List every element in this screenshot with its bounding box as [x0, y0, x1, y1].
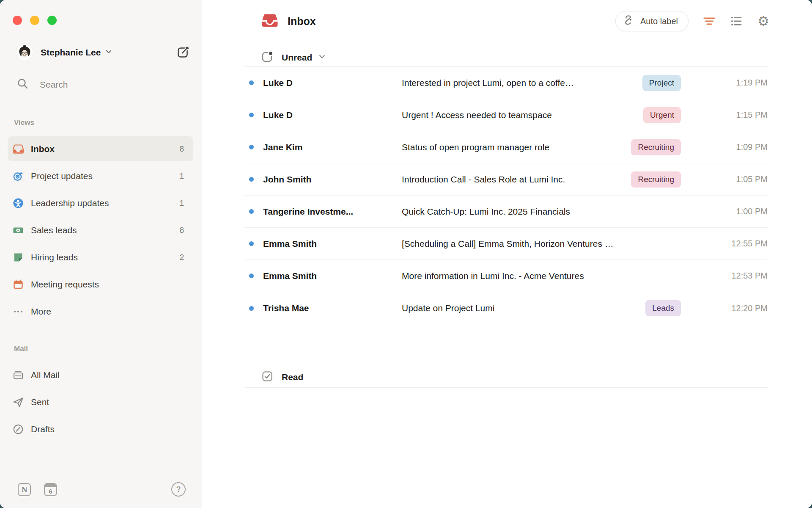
toolbar: Auto label ⚙	[615, 11, 770, 31]
unread-dot	[249, 241, 254, 246]
calendar-day: 6	[45, 487, 56, 495]
close-window-button[interactable]	[13, 16, 22, 25]
calendar-top-bar	[45, 484, 56, 487]
email-time: 1:15 PM	[717, 110, 768, 120]
email-subject: Status of open program manager role	[402, 142, 631, 152]
mark-unread-icon	[261, 51, 273, 64]
sidebar-item-label: Drafts	[31, 424, 55, 434]
minimize-window-button[interactable]	[30, 16, 39, 25]
email-row[interactable]: Trisha Mae Update on Project Lumi Leads …	[245, 292, 768, 324]
label-badge[interactable]: Recruiting	[631, 139, 681, 155]
sidebar-item-hiring-leads[interactable]: Hiring leads 2	[8, 245, 193, 270]
search-bar[interactable]: Search	[17, 78, 68, 91]
email-list: Luke D Interested in project Lumi, open …	[245, 67, 768, 324]
chevron-down-icon	[105, 48, 112, 57]
search-placeholder: Search	[40, 80, 68, 90]
label-badge[interactable]: Urgent	[643, 107, 681, 123]
sidebar-item-label: More	[31, 306, 51, 317]
email-subject: Introduction Call - Sales Role at Lumi I…	[402, 174, 631, 185]
email-subject: Update on Project Lumi	[402, 303, 645, 313]
unread-count: 8	[179, 144, 184, 154]
ellipsis-icon	[13, 306, 24, 317]
sidebar-item-meeting-requests[interactable]: Meeting requests	[8, 272, 193, 297]
email-time: 1:09 PM	[717, 142, 768, 152]
sidebar-item-drafts[interactable]: Drafts	[8, 417, 193, 442]
filter-icon[interactable]	[703, 15, 716, 28]
label-badge[interactable]: Leads	[645, 300, 681, 316]
sidebar-item-project-updates[interactable]: Project updates 1	[8, 163, 193, 188]
page-title: Inbox	[288, 15, 316, 28]
email-row[interactable]: Jane Kim Status of open program manager …	[245, 131, 768, 163]
inbox-tray-icon	[13, 144, 24, 155]
mail-nav: All Mail Sent Drafts	[8, 362, 193, 444]
unread-count: 2	[179, 253, 184, 262]
sidebar-item-label: Hiring leads	[31, 252, 78, 262]
notion-logo-icon[interactable]: N	[18, 483, 31, 496]
list-view-icon[interactable]	[730, 15, 743, 28]
mail-app-window: Stephanie Lee Search	[0, 0, 812, 508]
notion-calendar-icon[interactable]: 6	[44, 483, 57, 496]
unread-dot	[249, 306, 254, 311]
sidebar-item-label: All Mail	[31, 370, 60, 380]
account-switcher[interactable]: Stephanie Lee	[16, 42, 190, 63]
unread-dot	[249, 80, 254, 85]
label-badge[interactable]: Project	[642, 75, 681, 91]
help-icon[interactable]: ?	[171, 482, 186, 497]
email-row[interactable]: Luke D Interested in project Lumi, open …	[245, 67, 768, 99]
unread-section-label: Unread	[282, 52, 312, 63]
email-row[interactable]: Luke D Urgent ! Access needed to teamspa…	[245, 99, 768, 131]
email-sender: Luke D	[263, 110, 402, 120]
email-sender: Jane Kim	[263, 142, 402, 152]
read-section-label: Read	[282, 372, 303, 382]
unread-section-header[interactable]: Unread	[245, 48, 768, 67]
sidebar-item-all-mail[interactable]: All Mail	[8, 362, 193, 387]
draft-pencil-icon	[13, 424, 24, 435]
email-time: 12:55 PM	[717, 239, 768, 248]
unread-count: 1	[179, 199, 184, 208]
unread-count: 1	[179, 171, 184, 181]
banknote-icon	[13, 225, 24, 236]
email-time: 1:05 PM	[717, 174, 768, 184]
views-section-label: Views	[14, 119, 34, 127]
email-sender: Tangerine Investme...	[263, 207, 402, 217]
email-row[interactable]: Emma Smith More information in Lumi Inc.…	[245, 260, 768, 292]
sidebar-item-leadership-updates[interactable]: Leadership updates 1	[8, 190, 193, 215]
email-sender: Emma Smith	[263, 239, 402, 249]
auto-label-button[interactable]: Auto label	[615, 11, 689, 31]
unread-dot	[249, 113, 254, 117]
unread-dot	[249, 209, 254, 214]
email-time: 1:19 PM	[717, 78, 768, 88]
mail-section-label: Mail	[14, 345, 28, 353]
account-name: Stephanie Lee	[41, 47, 101, 58]
sidebar-item-label: Leadership updates	[31, 198, 109, 208]
unread-dot	[249, 177, 254, 182]
read-section-header[interactable]: Read	[245, 367, 768, 388]
email-row[interactable]: Tangerine Investme... Quick Catch-Up: Lu…	[245, 196, 768, 228]
sidebar-item-inbox[interactable]: Inbox 8	[8, 136, 193, 161]
folded-note-icon	[13, 252, 24, 263]
sidebar-item-more[interactable]: More	[8, 299, 193, 324]
email-sender: Luke D	[263, 78, 402, 88]
label-badge[interactable]: Recruiting	[631, 171, 681, 188]
email-row[interactable]: Emma Smith [Scheduling a Call] Emma Smit…	[245, 228, 768, 260]
email-row[interactable]: John Smith Introduction Call - Sales Rol…	[245, 163, 768, 196]
unread-dot	[249, 145, 254, 149]
sidebar-item-sales-leads[interactable]: Sales leads 8	[8, 218, 193, 243]
sidebar-item-sent[interactable]: Sent	[8, 389, 193, 414]
auto-label-text: Auto label	[640, 17, 678, 26]
sidebar-item-label: Sent	[31, 397, 49, 407]
main-panel: Auto label ⚙	[202, 0, 812, 508]
auto-label-icon	[624, 15, 634, 28]
zoom-window-button[interactable]	[47, 16, 57, 25]
inbox-content: Inbox Unread Luke D	[245, 0, 768, 388]
email-sender: John Smith	[263, 174, 402, 185]
chevron-down-icon[interactable]	[318, 52, 326, 62]
sidebar: Stephanie Lee Search	[0, 0, 202, 508]
email-sender: Emma Smith	[263, 271, 402, 281]
unread-dot	[249, 273, 254, 278]
views-nav: Inbox 8 Project updates 1	[8, 136, 193, 326]
sidebar-footer: N 6 ?	[0, 471, 202, 508]
paper-plane-icon	[13, 397, 24, 408]
settings-gear-icon[interactable]: ⚙	[757, 15, 770, 28]
compose-icon[interactable]	[177, 45, 190, 60]
